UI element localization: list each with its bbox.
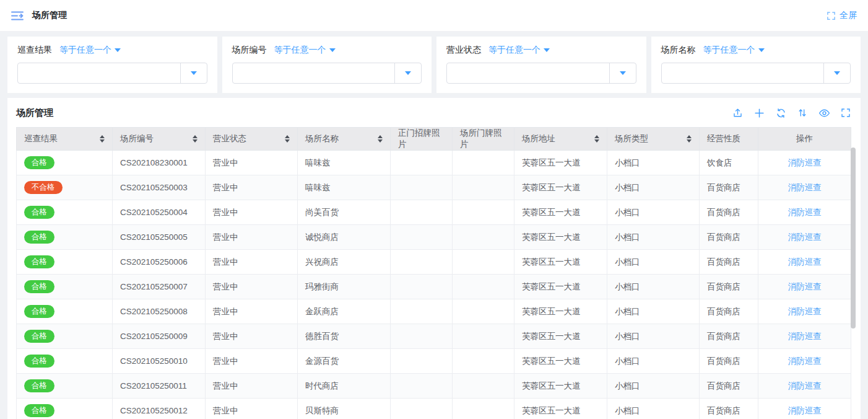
fire-inspection-link[interactable]: 消防巡查	[788, 356, 822, 366]
topbar: 场所管理 全屏	[0, 0, 868, 32]
cell-venue-name: 金跃商店	[298, 299, 391, 324]
sort-icon[interactable]	[796, 107, 809, 119]
filter-select-value[interactable]	[447, 63, 609, 83]
cell-venue-address: 芙蓉区五一大道	[514, 399, 607, 419]
fire-inspection-link[interactable]: 消防巡查	[788, 332, 822, 341]
fire-inspection-link[interactable]: 消防巡查	[788, 158, 822, 167]
sort-icon[interactable]	[594, 135, 599, 143]
chevron-down-icon	[115, 48, 121, 52]
cell-venue-name: 贝斯特商	[298, 399, 391, 419]
result-badge: 合格	[24, 156, 54, 170]
cell-venue-name: 兴祝商店	[298, 250, 391, 275]
fullscreen-label: 全屏	[840, 10, 857, 21]
vertical-scrollbar[interactable]	[851, 148, 856, 329]
select-arrow[interactable]	[180, 63, 207, 83]
filter-select-value[interactable]	[662, 63, 824, 83]
collapse-menu-icon[interactable]	[11, 11, 24, 21]
filter-head: 巡查结果等于任意一个	[17, 45, 207, 56]
column-header-8[interactable]: 场所类型	[607, 128, 700, 151]
sort-icon[interactable]	[100, 135, 105, 143]
cell-front-sign-photo	[391, 349, 453, 374]
filter-select[interactable]	[17, 63, 207, 84]
sort-icon[interactable]	[285, 135, 290, 143]
cell-venue-address: 芙蓉区五一大道	[514, 225, 607, 250]
select-arrow[interactable]	[823, 63, 850, 83]
add-icon[interactable]	[753, 107, 765, 119]
fullscreen-toggle[interactable]: 全屏	[827, 10, 857, 21]
cell-front-sign-photo	[391, 250, 453, 275]
filter-card-1: 巡查结果等于任意一个	[7, 37, 217, 93]
export-icon[interactable]	[731, 107, 744, 119]
venues-table: 巡查结果场所编号营业状态场所名称正门招牌照片场所门牌照片场所地址场所类型经营性质…	[16, 127, 851, 419]
filter-select-value[interactable]	[233, 63, 395, 83]
column-label: 操作	[796, 133, 813, 144]
cell-inspection-result: 合格	[17, 349, 113, 374]
cell-door-plate-photo	[453, 349, 514, 374]
cell-venue-type: 小档口	[607, 175, 700, 200]
filter-operator-dropdown[interactable]: 等于任意一个	[488, 45, 550, 56]
cell-venue-name: 金源百货	[298, 349, 391, 374]
filter-select[interactable]	[661, 63, 851, 84]
visibility-icon[interactable]	[818, 107, 830, 119]
cell-venue-name: 玛雅街商	[298, 275, 391, 299]
sort-icon[interactable]	[687, 135, 692, 143]
cell-actions: 消防巡查	[758, 250, 851, 275]
select-arrow[interactable]	[609, 63, 636, 83]
table-row: 合格CS202105250012营业中贝斯特商芙蓉区五一大道小档口百货商店消防巡…	[17, 399, 851, 419]
cell-venue-type: 小档口	[607, 200, 700, 225]
cell-door-plate-photo	[453, 151, 514, 175]
result-badge: 不合格	[24, 181, 63, 195]
cell-venue-type: 小档口	[607, 324, 700, 349]
result-badge: 合格	[24, 404, 54, 418]
sort-icon[interactable]	[193, 135, 197, 143]
table-container: 巡查结果场所编号营业状态场所名称正门招牌照片场所门牌照片场所地址场所类型经营性质…	[16, 127, 852, 419]
cell-inspection-result: 合格	[17, 225, 113, 250]
fire-inspection-link[interactable]: 消防巡查	[788, 406, 822, 415]
cell-business-nature: 百货商店	[700, 175, 758, 200]
cell-actions: 消防巡查	[758, 225, 851, 250]
cell-venue-address: 芙蓉区五一大道	[514, 349, 607, 374]
cell-door-plate-photo	[453, 324, 514, 349]
cell-inspection-result: 合格	[17, 374, 113, 399]
cell-business-nature: 百货商店	[700, 250, 758, 275]
fire-inspection-link[interactable]: 消防巡查	[788, 307, 822, 316]
fire-inspection-link[interactable]: 消防巡查	[788, 183, 822, 192]
cell-venue-name: 时代商店	[298, 374, 391, 399]
filter-operator-label: 等于任意一个	[488, 45, 540, 56]
fire-inspection-link[interactable]: 消防巡查	[788, 282, 822, 291]
chevron-down-icon	[544, 48, 550, 52]
filter-operator-dropdown[interactable]: 等于任意一个	[59, 45, 121, 56]
sort-icon[interactable]	[378, 135, 383, 143]
fire-inspection-link[interactable]: 消防巡查	[788, 257, 822, 267]
fire-inspection-link[interactable]: 消防巡查	[788, 208, 822, 217]
table-row: 合格CS202105250007营业中玛雅街商芙蓉区五一大道小档口百货商店消防巡…	[17, 275, 851, 299]
fire-inspection-link[interactable]: 消防巡查	[788, 232, 822, 242]
filter-operator-dropdown[interactable]: 等于任意一个	[703, 45, 765, 56]
column-header-4[interactable]: 场所名称	[298, 128, 391, 151]
table-header-row: 巡查结果场所编号营业状态场所名称正门招牌照片场所门牌照片场所地址场所类型经营性质…	[17, 128, 851, 151]
fullscreen-icon[interactable]	[840, 107, 852, 119]
filter-select[interactable]	[232, 63, 422, 84]
table-row: 合格CS202105250011营业中时代商店芙蓉区五一大道小档口百货商店消防巡…	[17, 374, 851, 399]
column-header-2[interactable]: 场所编号	[113, 128, 206, 151]
filter-operator-dropdown[interactable]: 等于任意一个	[274, 45, 336, 56]
column-header-1[interactable]: 巡查结果	[17, 128, 113, 151]
fire-inspection-link[interactable]: 消防巡查	[788, 381, 822, 390]
cell-front-sign-photo	[391, 151, 453, 175]
cell-door-plate-photo	[453, 399, 514, 419]
column-label: 场所名称	[305, 133, 339, 144]
column-header-3[interactable]: 营业状态	[206, 128, 298, 151]
table-toolbar	[731, 107, 852, 119]
refresh-icon[interactable]	[775, 107, 787, 119]
cell-inspection-result: 合格	[17, 399, 113, 419]
select-arrow[interactable]	[394, 63, 421, 83]
filter-select[interactable]	[446, 63, 636, 84]
cell-actions: 消防巡查	[758, 299, 851, 324]
cell-business-status: 营业中	[206, 151, 298, 175]
filter-head: 场所名称等于任意一个	[661, 45, 851, 56]
chevron-down-icon	[620, 71, 626, 75]
column-header-7[interactable]: 场所地址	[514, 128, 607, 151]
cell-venue-address: 芙蓉区五一大道	[514, 151, 607, 175]
filter-select-value[interactable]	[18, 63, 180, 83]
cell-venue-name: 嘻味兹	[298, 175, 391, 200]
